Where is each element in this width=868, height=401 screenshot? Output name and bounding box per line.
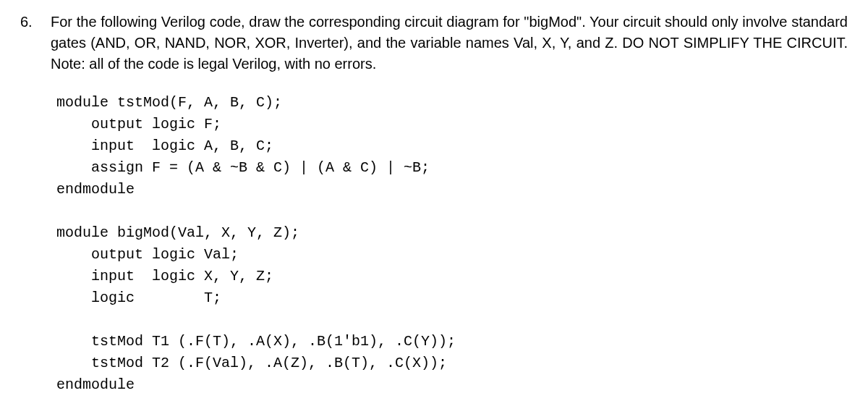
code-line: logic T; [56,290,221,306]
code-line: tstMod T2 (.F(Val), .A(Z), .B(T), .C(X))… [56,355,447,371]
code-module-bigmod: module bigMod(Val, X, Y, Z); output logi… [56,222,848,396]
code-line: module tstMod(F, A, B, C); [56,94,282,111]
code-line: assign F = (A & ~B & C) | (A & C) | ~B; [56,159,430,176]
code-line: tstMod T1 (.F(T), .A(X), .B(1'b1), .C(Y)… [56,333,456,350]
code-module-tstmod: module tstMod(F, A, B, C); output logic … [56,92,848,200]
code-line: endmodule [56,376,135,393]
code-line: output logic F; [56,116,221,132]
code-line: input logic A, B, C; [56,138,273,154]
code-line: input logic X, Y, Z; [56,268,273,284]
question-body: For the following Verilog code, draw the… [51,12,848,396]
code-line: module bigMod(Val, X, Y, Z); [56,224,299,241]
code-line: output logic Val; [56,246,239,263]
code-line: endmodule [56,181,135,198]
question-prompt: For the following Verilog code, draw the… [51,12,848,75]
question-number: 6. [20,12,38,396]
question-block: 6. For the following Verilog code, draw … [20,12,848,396]
